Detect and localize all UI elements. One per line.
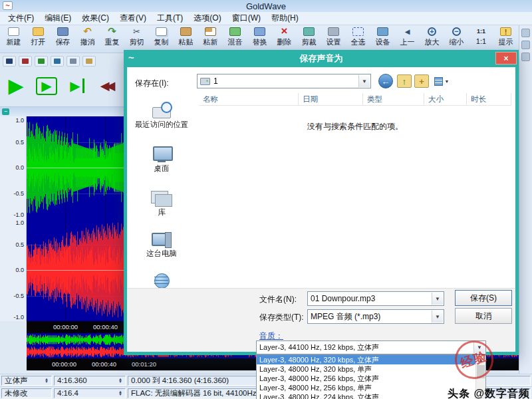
toolbar-zoom-1-1-button[interactable]: 1:1 bbox=[469, 27, 493, 45]
column-header-4[interactable]: 时长 bbox=[467, 93, 511, 105]
position-cell[interactable]: 4:16.4 bbox=[54, 388, 126, 398]
toolbar-delete-button[interactable]: 删除 bbox=[272, 27, 297, 47]
length-cell[interactable]: 4:16.360 bbox=[54, 376, 126, 386]
toolbar-select-all-button[interactable]: 全选 bbox=[346, 27, 370, 47]
modified-cell: 未修改 bbox=[1, 388, 52, 398]
toolbar-open-folder-button[interactable]: 打开 bbox=[26, 27, 51, 47]
save-button[interactable]: 保存(S) bbox=[455, 290, 512, 306]
mix-icon bbox=[229, 27, 241, 36]
chevron-down-icon[interactable] bbox=[358, 75, 370, 87]
toolbar-paste-button[interactable]: 粘贴 bbox=[174, 27, 198, 47]
control-button-1[interactable] bbox=[3, 56, 16, 66]
place-this-pc[interactable]: 这台电脑 bbox=[128, 231, 195, 258]
chevron-down-icon[interactable] bbox=[473, 342, 485, 353]
toolbar-mix-button[interactable]: 混音 bbox=[223, 27, 247, 47]
control-button-3[interactable] bbox=[35, 56, 48, 66]
timeline-label: 00:00:00 bbox=[53, 323, 78, 331]
scroll-up-icon[interactable] bbox=[476, 355, 485, 364]
column-header-0[interactable]: 名称 bbox=[199, 93, 299, 105]
control-button-6[interactable] bbox=[82, 56, 96, 66]
column-header-3[interactable]: 大小 bbox=[424, 93, 467, 105]
quality-option[interactable]: Layer-3, 48000 Hz, 256 kbps, 单声 bbox=[257, 383, 475, 392]
spinner-icon[interactable] bbox=[118, 378, 122, 383]
new-folder-icon[interactable] bbox=[414, 74, 429, 88]
toolbar-undo-button[interactable]: 撤消 bbox=[75, 27, 100, 47]
toolbar-redo-button[interactable]: 重复 bbox=[100, 27, 124, 47]
delete-icon bbox=[279, 27, 290, 36]
back-icon[interactable] bbox=[378, 74, 393, 88]
views-icon[interactable] bbox=[432, 74, 452, 88]
control-button-2[interactable] bbox=[19, 56, 32, 66]
save-disk-icon bbox=[57, 27, 68, 36]
menu-help[interactable]: 帮助(H) bbox=[266, 13, 304, 24]
spinner-icon[interactable] bbox=[45, 378, 49, 383]
column-header-1[interactable]: 日期 bbox=[299, 93, 363, 105]
zoom-1-1-icon bbox=[475, 27, 487, 36]
up-folder-icon[interactable] bbox=[397, 74, 412, 88]
menu-file[interactable]: 文件(F) bbox=[3, 13, 39, 24]
play-button[interactable] bbox=[1, 69, 31, 102]
toolbar-zoom-in-button[interactable]: 放大 bbox=[420, 27, 444, 47]
previous-view-icon bbox=[402, 27, 413, 36]
timeline-label: 00:00:40 bbox=[93, 323, 118, 331]
column-header-2[interactable]: 类型 bbox=[363, 93, 424, 105]
right-tool-1-icon[interactable] bbox=[521, 29, 530, 37]
chevron-down-icon[interactable] bbox=[432, 293, 443, 305]
right-tool-2-icon[interactable] bbox=[521, 41, 530, 49]
cancel-button[interactable]: 取消 bbox=[455, 308, 512, 324]
menu-tools[interactable]: 工具(T) bbox=[152, 13, 188, 24]
menu-view[interactable]: 查看(V) bbox=[114, 13, 152, 24]
scroll-thumb[interactable] bbox=[477, 365, 485, 378]
close-icon[interactable] bbox=[495, 52, 517, 65]
play-selection-button[interactable] bbox=[32, 69, 61, 102]
toolbar-trim-button[interactable]: 剪裁 bbox=[297, 27, 321, 47]
network-icon bbox=[150, 272, 173, 289]
toolbar-save-disk-button[interactable]: 保存 bbox=[51, 27, 75, 47]
filename-input[interactable]: 01 Downpour.mp3 bbox=[307, 291, 444, 306]
quality-option[interactable]: Layer-3, 48000 Hz, 320 kbps, 单声 bbox=[257, 364, 475, 374]
quality-option[interactable]: Layer-3, 48000 Hz, 320 kbps, 立体声 bbox=[257, 355, 475, 364]
settings-icon bbox=[328, 27, 339, 36]
toolbar-zoom-out-button[interactable]: 缩小 bbox=[444, 27, 469, 47]
toolbar-new-file-button[interactable]: 新建 bbox=[1, 27, 26, 47]
right-toolbar bbox=[519, 25, 532, 374]
file-list[interactable]: 名称日期类型大小时长 没有与搜索条件匹配的项。 bbox=[199, 93, 511, 287]
place-desktop[interactable]: 桌面 bbox=[128, 146, 195, 173]
transport-controls bbox=[1, 69, 122, 102]
ruler-label: 1.0 bbox=[15, 117, 24, 124]
control-3-icon bbox=[38, 59, 45, 64]
dialog-titlebar[interactable]: 保存声音为 bbox=[124, 50, 519, 67]
format-value: FLAC: 无损编解码器 16 bit, 44100Hz bbox=[131, 388, 257, 398]
chevron-down-icon[interactable] bbox=[432, 311, 443, 323]
quality-option[interactable]: Layer-3, 48000 Hz, 256 kbps, 立体声 bbox=[257, 374, 475, 383]
place-recent-places[interactable]: 最近访问的位置 bbox=[128, 102, 195, 129]
control-button-5[interactable] bbox=[66, 56, 80, 66]
place-libraries[interactable]: 库 bbox=[128, 190, 195, 217]
replace-icon bbox=[254, 27, 265, 36]
channel-mode-cell[interactable]: 立体声 bbox=[1, 376, 52, 386]
toolbar-replace-button[interactable]: 替换 bbox=[247, 27, 272, 47]
toolbar-paste-new-button[interactable]: 粘新 bbox=[198, 27, 223, 47]
dialog-content: 保存在(I): 1 最近访问的位置桌面库这台电脑网络 名称日期类型大小时长 没有… bbox=[127, 67, 515, 352]
toolbar-previous-view-button[interactable]: 上一 bbox=[395, 27, 420, 47]
menu-edit[interactable]: 编辑(E) bbox=[39, 13, 76, 24]
rewind-button[interactable] bbox=[93, 69, 122, 102]
toolbar-device-button[interactable]: 设备 bbox=[370, 27, 395, 47]
toolbar-copy-button[interactable]: 复制 bbox=[149, 27, 174, 47]
toolbar-tips-button[interactable]: 提示 bbox=[493, 27, 518, 47]
menu-window[interactable]: 窗口(W) bbox=[227, 13, 266, 24]
spinner-icon[interactable] bbox=[118, 390, 122, 396]
menu-options[interactable]: 选项(O) bbox=[188, 13, 226, 24]
goldwave-wave-icon bbox=[128, 53, 134, 63]
control-button-4[interactable] bbox=[51, 56, 64, 66]
toolbar-settings-button[interactable]: 设置 bbox=[321, 27, 346, 47]
play-from-marker-button[interactable] bbox=[63, 69, 92, 102]
right-tool-3-icon[interactable] bbox=[521, 53, 530, 61]
menu-effects[interactable]: 效果(C) bbox=[76, 13, 114, 24]
save-in-combobox[interactable]: 1 bbox=[197, 74, 371, 88]
quality-combobox[interactable]: Layer-3, 44100 Hz, 192 kbps, 立体声 bbox=[256, 340, 486, 354]
goldwave-logo-icon bbox=[3, 1, 13, 10]
filetype-combobox[interactable]: MPEG 音频 (*.mp3) bbox=[307, 309, 444, 324]
quality-option[interactable]: Layer-3, 48000 Hz, 224 kbps, 立体声 bbox=[257, 392, 475, 399]
toolbar-cut-button[interactable]: 剪切 bbox=[124, 27, 149, 47]
